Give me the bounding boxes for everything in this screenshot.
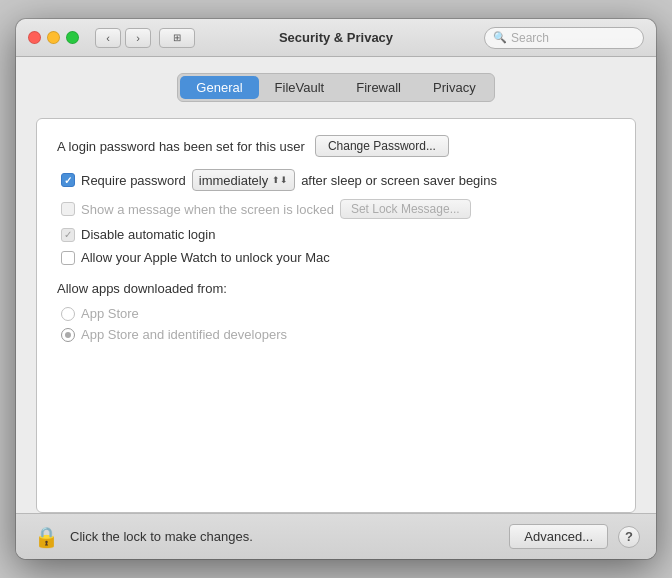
login-password-row: A login password has been set for this u…: [57, 135, 615, 157]
search-placeholder: Search: [511, 31, 549, 45]
app-store-label: App Store: [81, 306, 139, 321]
search-icon: 🔍: [493, 31, 507, 44]
titlebar: ‹ › ⊞ Security & Privacy 🔍 Search: [16, 19, 656, 57]
require-password-row: Require password immediately ⬆⬇ after sl…: [61, 169, 615, 191]
tab-general[interactable]: General: [180, 76, 258, 99]
allow-apps-title: Allow apps downloaded from:: [57, 281, 615, 296]
tab-firewall[interactable]: Firewall: [340, 76, 417, 99]
general-panel: A login password has been set for this u…: [36, 118, 636, 513]
disable-auto-login-label: Disable automatic login: [81, 227, 215, 242]
app-store-radio-row: App Store: [61, 306, 615, 321]
password-timing-dropdown[interactable]: immediately ⬆⬇: [192, 169, 295, 191]
traffic-lights: [28, 31, 79, 44]
login-password-text: A login password has been set for this u…: [57, 139, 305, 154]
tabs-row: General FileVault Firewall Privacy: [36, 73, 636, 102]
forward-button[interactable]: ›: [125, 28, 151, 48]
forward-icon: ›: [136, 32, 140, 44]
disable-auto-login-row: Disable automatic login: [61, 227, 615, 242]
tab-filevault[interactable]: FileVault: [259, 76, 341, 99]
tabs-container: General FileVault Firewall Privacy: [177, 73, 494, 102]
change-password-button[interactable]: Change Password...: [315, 135, 449, 157]
disable-auto-login-checkbox[interactable]: [61, 228, 75, 242]
show-message-row: Show a message when the screen is locked…: [61, 199, 615, 219]
grid-view-button[interactable]: ⊞: [159, 28, 195, 48]
app-store-identified-radio-row: App Store and identified developers: [61, 327, 615, 342]
lock-text: Click the lock to make changes.: [70, 529, 499, 544]
main-window: ‹ › ⊞ Security & Privacy 🔍 Search Genera…: [16, 19, 656, 559]
app-store-identified-label: App Store and identified developers: [81, 327, 287, 342]
require-password-checkbox[interactable]: [61, 173, 75, 187]
bottom-bar: 🔒 Click the lock to make changes. Advanc…: [16, 513, 656, 559]
nav-buttons: ‹ ›: [95, 28, 151, 48]
minimize-button[interactable]: [47, 31, 60, 44]
show-message-checkbox[interactable]: [61, 202, 75, 216]
close-button[interactable]: [28, 31, 41, 44]
password-timing-value: immediately: [199, 173, 268, 188]
app-store-radio[interactable]: [61, 307, 75, 321]
apple-watch-row: Allow your Apple Watch to unlock your Ma…: [61, 250, 615, 265]
window-title: Security & Privacy: [279, 30, 393, 45]
grid-icon: ⊞: [173, 32, 182, 43]
back-icon: ‹: [106, 32, 110, 44]
app-store-identified-radio[interactable]: [61, 328, 75, 342]
apple-watch-label: Allow your Apple Watch to unlock your Ma…: [81, 250, 330, 265]
maximize-button[interactable]: [66, 31, 79, 44]
show-message-label: Show a message when the screen is locked: [81, 202, 334, 217]
after-sleep-label: after sleep or screen saver begins: [301, 173, 497, 188]
require-password-label: Require password: [81, 173, 186, 188]
back-button[interactable]: ‹: [95, 28, 121, 48]
advanced-button[interactable]: Advanced...: [509, 524, 608, 549]
set-lock-message-button[interactable]: Set Lock Message...: [340, 199, 471, 219]
tab-privacy[interactable]: Privacy: [417, 76, 492, 99]
dropdown-arrow-icon: ⬆⬇: [272, 175, 288, 185]
lock-icon[interactable]: 🔒: [32, 523, 60, 551]
apple-watch-checkbox[interactable]: [61, 251, 75, 265]
search-box[interactable]: 🔍 Search: [484, 27, 644, 49]
content-area: General FileVault Firewall Privacy A log…: [16, 57, 656, 513]
help-button[interactable]: ?: [618, 526, 640, 548]
